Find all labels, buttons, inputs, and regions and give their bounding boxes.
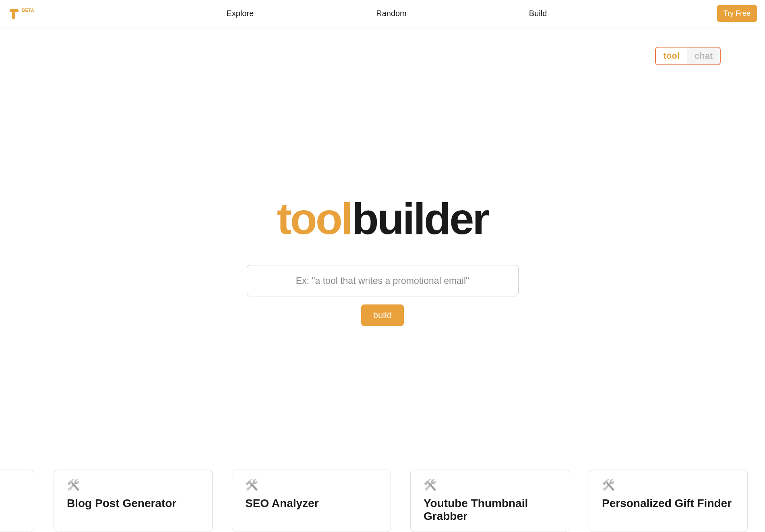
- tool-card-title: Youtube Thumbnail Grabber: [424, 497, 556, 523]
- build-button[interactable]: build: [361, 304, 404, 326]
- hammer-wrench-icon: 🛠️: [0, 479, 21, 491]
- logo-icon: [8, 8, 20, 20]
- header: BETA Explore Random Build Try Free: [0, 0, 765, 27]
- tool-card[interactable]: 🛠️ Youtube Thumbnail Grabber: [410, 470, 569, 532]
- nav-explore[interactable]: Explore: [226, 9, 254, 18]
- hero-title-tool: tool: [277, 194, 352, 243]
- tool-card[interactable]: 🛠️ Personalized Gift Finder: [589, 470, 748, 532]
- nav-links: Explore Random Build: [165, 9, 608, 18]
- tool-card-title: Blog Post Generator: [67, 497, 199, 510]
- mode-toggle: tool chat: [655, 47, 721, 65]
- toggle-chat[interactable]: chat: [687, 48, 720, 64]
- nav-random[interactable]: Random: [376, 9, 407, 18]
- hero: toolbuilder build: [0, 197, 765, 326]
- try-free-button[interactable]: Try Free: [717, 5, 757, 22]
- hammer-wrench-icon: 🛠️: [67, 479, 199, 491]
- tool-card-title: SEO Analyzer: [245, 497, 378, 510]
- tool-card-title: Personalized Gift Finder: [602, 497, 734, 510]
- tool-card[interactable]: 🛠️: [0, 470, 34, 532]
- toggle-pill: tool chat: [655, 47, 721, 65]
- hero-title-builder: builder: [351, 194, 488, 243]
- beta-label: BETA: [22, 8, 34, 12]
- tool-card[interactable]: 🛠️ SEO Analyzer: [232, 470, 391, 532]
- hero-title: toolbuilder: [277, 197, 488, 241]
- logo-wrapper[interactable]: BETA: [8, 8, 56, 20]
- svg-rect-2: [16, 10, 18, 12]
- tool-description-input[interactable]: [247, 265, 519, 296]
- nav-build[interactable]: Build: [529, 9, 547, 18]
- tool-cards-row: 🛠️ 🛠️ Blog Post Generator 🛠️ SEO Analyze…: [0, 470, 765, 532]
- hammer-wrench-icon: 🛠️: [245, 479, 378, 491]
- hammer-wrench-icon: 🛠️: [602, 479, 734, 491]
- toggle-tool[interactable]: tool: [656, 48, 686, 64]
- svg-rect-1: [12, 9, 15, 19]
- hammer-wrench-icon: 🛠️: [424, 479, 556, 491]
- tool-card[interactable]: 🛠️ Blog Post Generator: [54, 470, 213, 532]
